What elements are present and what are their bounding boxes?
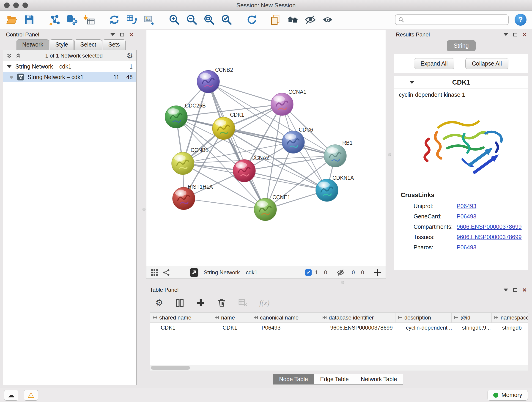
crosslink-link[interactable]: P06493 xyxy=(457,203,476,210)
search-input[interactable] xyxy=(406,17,505,23)
copy-document-icon[interactable] xyxy=(269,13,282,26)
expand-all-button[interactable]: Expand All xyxy=(414,58,454,69)
table-row[interactable]: CDK1CDK1P064939606.ENSP00000378699cyclin… xyxy=(150,323,529,333)
collapse-all-button[interactable]: Collapse All xyxy=(465,58,509,69)
tab-string[interactable]: String xyxy=(447,40,475,51)
panel-float-button[interactable] xyxy=(513,33,517,36)
horizontal-scrollbar[interactable] xyxy=(150,365,528,370)
collapse-all-networks-icon[interactable] xyxy=(15,53,21,59)
network-node-cdc6[interactable] xyxy=(282,131,304,153)
tab-edge-table[interactable]: Edge Table xyxy=(314,374,355,385)
panel-close-button[interactable]: × xyxy=(522,287,526,293)
collection-disclosure-icon[interactable] xyxy=(7,65,12,68)
network-collection-row[interactable]: String Network – cdk1 1 xyxy=(3,61,136,72)
network-node-cdk1[interactable] xyxy=(212,117,235,140)
gene-disclosure-icon[interactable] xyxy=(409,81,414,84)
clone-network-icon[interactable] xyxy=(108,13,120,26)
column-header[interactable]: @id xyxy=(452,313,492,323)
search-box[interactable] xyxy=(395,14,509,25)
scrollbar-thumb[interactable] xyxy=(151,366,190,370)
table-cell[interactable]: stringdb xyxy=(492,323,529,333)
import-table-icon[interactable] xyxy=(83,13,95,26)
table-cell[interactable]: 9606.ENSP00000378699 xyxy=(320,323,395,333)
tab-network-table[interactable]: Network Table xyxy=(355,374,403,385)
table-cell[interactable]: CDK1 xyxy=(150,323,212,333)
network-edge[interactable] xyxy=(244,171,327,190)
column-header[interactable]: shared name xyxy=(150,313,212,323)
tab-style[interactable]: Style xyxy=(50,39,74,50)
gene-card-header[interactable]: CDK1 xyxy=(394,76,528,89)
crosslink-link[interactable]: P06493 xyxy=(457,213,476,220)
help-button[interactable]: ? xyxy=(515,14,526,26)
network-from-table-icon[interactable] xyxy=(126,13,138,26)
zoom-in-icon[interactable] xyxy=(168,13,181,26)
horizontal-splitter-handle[interactable] xyxy=(341,281,344,284)
table-settings-gear-icon[interactable]: ⚙ xyxy=(155,298,163,307)
show-all-eye-icon[interactable] xyxy=(322,13,334,26)
panel-close-button[interactable]: × xyxy=(522,31,526,38)
hide-selected-eye-slash-icon[interactable] xyxy=(304,13,317,26)
network-options-gear-icon[interactable]: ⚙ xyxy=(127,52,133,59)
vertical-splitter-handle[interactable] xyxy=(388,153,391,156)
show-columns-icon[interactable] xyxy=(175,298,184,307)
network-canvas[interactable]: CCNB2CCNA1CDC25BCDK1CDC6RB1CCNB1CCNA2CDK… xyxy=(146,30,386,266)
zoom-window-button[interactable] xyxy=(22,2,28,8)
network-node-cdkn1a[interactable] xyxy=(316,179,338,201)
zoom-fit-icon[interactable] xyxy=(203,13,215,26)
tab-select[interactable]: Select xyxy=(75,39,102,50)
export-image-icon[interactable] xyxy=(143,13,155,26)
table-cell[interactable]: P06493 xyxy=(251,323,320,333)
network-node-cdc25b[interactable] xyxy=(165,106,187,128)
column-header[interactable]: name xyxy=(212,313,251,323)
network-edge[interactable] xyxy=(208,82,265,210)
network-edge[interactable] xyxy=(208,82,282,104)
import-network-file-icon[interactable] xyxy=(48,13,60,26)
network-edge[interactable] xyxy=(184,198,265,210)
network-view[interactable]: CCNB2CCNA1CDC25BCDK1CDC6RB1CCNB1CCNA2CDK… xyxy=(146,30,386,279)
import-network-database-icon[interactable] xyxy=(65,13,78,26)
network-node-ccne1[interactable] xyxy=(254,198,277,221)
network-node-ccna2[interactable] xyxy=(233,160,255,182)
cloud-button[interactable]: ☁ xyxy=(4,390,18,401)
panel-menu-caret-icon[interactable] xyxy=(504,288,508,291)
column-header[interactable]: namespace xyxy=(492,313,529,323)
tab-sets[interactable]: Sets xyxy=(103,39,126,50)
table-cell[interactable]: cyclin-dependent ... xyxy=(395,323,452,333)
delete-column-trash-icon[interactable] xyxy=(217,298,226,307)
network-node-ccna1[interactable] xyxy=(271,93,293,115)
table-cell[interactable]: CDK1 xyxy=(212,323,251,333)
network-node-hist1h1a[interactable] xyxy=(172,187,195,210)
panel-menu-caret-icon[interactable] xyxy=(110,33,115,36)
open-session-icon[interactable] xyxy=(6,13,18,26)
warnings-button[interactable]: ⚠ xyxy=(24,390,38,401)
save-session-icon[interactable] xyxy=(23,13,35,26)
network-node-ccnb2[interactable] xyxy=(197,70,220,93)
close-window-button[interactable] xyxy=(4,2,10,8)
pan-crosshair-icon[interactable] xyxy=(374,269,381,276)
column-header[interactable]: canonical name xyxy=(251,313,320,323)
birdseye-view-button[interactable] xyxy=(190,268,199,277)
panel-menu-caret-icon[interactable] xyxy=(504,33,508,36)
crosslink-link[interactable]: 9606.ENSP00000378699 xyxy=(457,223,522,230)
tab-node-table[interactable]: Node Table xyxy=(273,374,314,385)
refresh-icon[interactable] xyxy=(246,13,258,26)
panel-close-button[interactable]: × xyxy=(129,31,133,38)
zoom-out-icon[interactable] xyxy=(186,13,198,26)
pan​el-float-button[interactable] xyxy=(120,33,124,36)
panel-float-button[interactable] xyxy=(513,288,517,292)
minimize-window-button[interactable] xyxy=(13,2,19,8)
network-row[interactable]: String Network – cdk1 11 48 xyxy=(3,72,136,82)
column-header[interactable]: database identifier xyxy=(320,313,395,323)
first-neighbors-icon[interactable] xyxy=(287,13,299,26)
crosslink-link[interactable]: P06493 xyxy=(457,244,476,251)
vertical-splitter-handle[interactable] xyxy=(143,208,146,211)
network-share-icon[interactable] xyxy=(162,269,170,276)
table-cell[interactable]: stringdb:9... xyxy=(452,323,492,333)
network-node-rb1[interactable] xyxy=(324,145,346,167)
column-header[interactable]: description xyxy=(395,313,452,323)
tab-network[interactable]: Network xyxy=(17,39,49,50)
grid-view-icon[interactable] xyxy=(151,269,158,276)
zoom-selected-icon[interactable] xyxy=(220,13,233,26)
network-node-ccnb1[interactable] xyxy=(172,152,194,175)
expand-all-networks-icon[interactable] xyxy=(6,53,12,59)
